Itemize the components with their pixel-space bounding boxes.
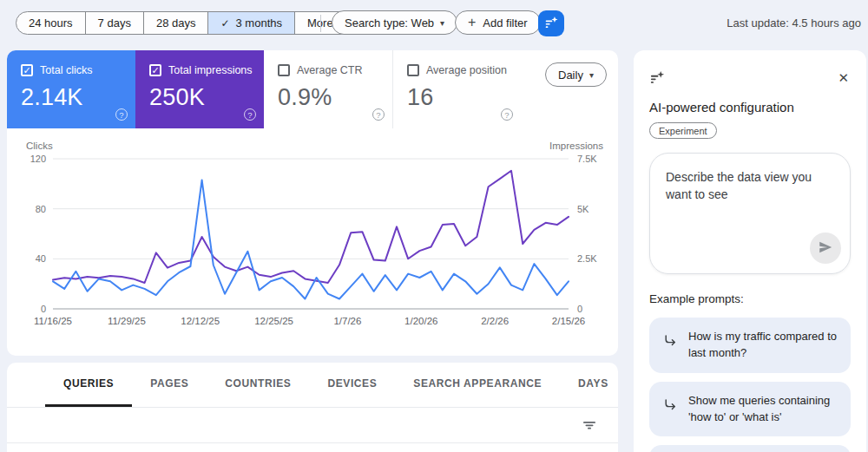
tab-search-appearance[interactable]: SEARCH APPEARANCE [395,363,560,407]
metric-label: Total impressions [168,64,253,76]
x-axis-tick: 12/25/25 [247,316,302,326]
metric-head: ✓Total impressions [149,64,252,76]
metric-label: Total clicks [40,64,92,76]
prompt-chip-2[interactable]: Show me queries containing 'how to' or '… [649,382,851,437]
experiment-badge: Experiment [649,122,717,139]
topbar: 24 hours7 days28 days✓3 monthsMore▾ Sear… [0,0,868,47]
add-filter-label: Add filter [483,16,527,29]
send-button[interactable] [810,233,841,264]
series-line-total-clicks [53,180,569,299]
x-axis-tick: 11/29/25 [99,316,155,326]
range-label: 3 months [236,16,282,29]
ai-panel: ✕ AI-powered configuration Experiment Ex… [634,50,866,452]
prompt-chip-1[interactable]: How is my traffic compared to last month… [649,318,851,373]
range-label: 24 hours [29,16,73,29]
metric-card-average-ctr[interactable]: Average CTR0.9%? [264,50,392,128]
y-axis-tick-right: 2.5K [577,253,616,264]
metric-card-total-clicks[interactable]: ✓Total clicks2.14K? [7,50,135,128]
help-icon: ? [244,108,256,121]
prompt-text: How is my traffic compared to last month… [688,329,840,362]
metric-value: 250K [149,84,252,111]
ai-sparkle-filter-icon [543,15,559,33]
metric-value: 16 [407,84,509,111]
checkbox-unchecked-icon [407,64,419,76]
search-type-dropdown[interactable]: Search type: Web ▾ [332,10,457,35]
checkbox-checked-icon: ✓ [149,64,161,76]
ai-panel-header: ✕ [649,69,851,89]
x-axis-tick: 11/16/25 [25,316,81,326]
prompt-arrow-icon [663,334,677,351]
right-axis-title: Impressions [514,141,603,151]
y-axis-tick-left: 120 [7,154,46,164]
ai-panel-title: AI-powered configuration [649,100,851,115]
x-axis-tick: 2/2/26 [467,316,523,326]
example-prompts-list: How is my traffic compared to last month… [649,318,851,452]
range-label: 28 days [156,16,196,29]
divider [320,15,321,32]
metric-card-average-position[interactable]: Average position16? [392,50,521,128]
plus-icon: + [468,15,476,30]
tab-devices[interactable]: DEVICES [309,363,395,407]
granularity-label: Daily [558,69,583,82]
tab-queries[interactable]: QUERIES [45,363,132,407]
x-axis-tick: 1/20/26 [393,316,449,326]
help-icon: ? [372,108,385,121]
y-axis-tick-right: 5K [577,204,616,214]
metric-value: 0.9% [278,84,380,111]
left-axis-title: Clicks [26,141,53,151]
table-toolbar [7,408,618,443]
x-axis-tick: 2/15/26 [541,316,596,326]
close-icon[interactable]: ✕ [836,69,851,86]
filter-icon[interactable] [582,417,597,436]
prompt-arrow-icon [663,398,677,416]
tab-pages[interactable]: PAGES [132,363,207,407]
range-button-28-days[interactable]: 28 days [143,12,208,34]
y-axis-tick-left: 0 [7,304,46,314]
metric-value: 2.14K [21,84,123,111]
range-label: 7 days [98,16,131,29]
date-range-group: 24 hours7 days28 days✓3 monthsMore▾ [16,11,361,35]
last-update-text: Last update: 4.5 hours ago [727,16,861,29]
example-prompts-heading: Example prompts: [649,292,851,305]
dimensions-card: QUERIESPAGESCOUNTRIESDEVICESSEARCH APPEA… [7,363,618,452]
chevron-down-icon: ▾ [589,70,594,80]
checkbox-unchecked-icon [278,64,290,76]
y-axis-tick-left: 80 [7,204,46,214]
y-axis-tick-right: 7.5K [577,154,616,164]
dimension-tabs: QUERIESPAGESCOUNTRIESDEVICESSEARCH APPEA… [7,363,618,408]
tab-days[interactable]: DAYS [560,363,618,407]
chevron-down-icon: ▾ [440,18,444,28]
check-icon: ✓ [220,17,229,29]
help-icon: ? [501,108,513,121]
range-button-7-days[interactable]: 7 days [85,12,143,34]
checkbox-checked-icon: ✓ [21,64,33,76]
prompt-chip-3[interactable]: What is my USA pages CTR last week? [649,445,851,452]
range-button-24-hours[interactable]: 24 hours [16,12,85,34]
ai-prompt-input[interactable] [650,154,850,233]
performance-card: ✓Total clicks2.14K?✓Total impressions250… [7,50,618,356]
metric-card-total-impressions[interactable]: ✓Total impressions250K? [135,50,264,128]
metric-label: Average CTR [297,64,363,76]
range-button-3-months[interactable]: ✓3 months [207,12,294,34]
tab-countries[interactable]: COUNTRIES [207,363,309,407]
metric-label: Average position [426,64,507,76]
x-axis-tick: 1/7/26 [319,316,375,326]
metric-head: ✓Total clicks [21,64,123,76]
search-type-label: Search type: Web [345,16,434,29]
series-line-total-impressions [53,171,569,283]
metric-cards-row: ✓Total clicks2.14K?✓Total impressions250… [7,50,523,128]
y-axis-tick-left: 40 [7,253,46,264]
ai-filter-button[interactable] [538,10,564,36]
granularity-dropdown[interactable]: Daily ▾ [545,62,607,87]
prompt-text: Show me queries containing 'how to' or '… [688,393,840,426]
send-icon [818,239,833,258]
ai-input-box [649,153,851,274]
ai-sparkle-filter-icon [649,69,666,89]
add-filter-button[interactable]: + Add filter [455,10,541,35]
metric-head: Average position [407,64,509,76]
y-axis-tick-right: 0 [577,304,616,314]
help-icon: ? [115,108,128,121]
x-axis-tick: 12/12/25 [173,316,228,326]
metric-head: Average CTR [278,64,380,76]
